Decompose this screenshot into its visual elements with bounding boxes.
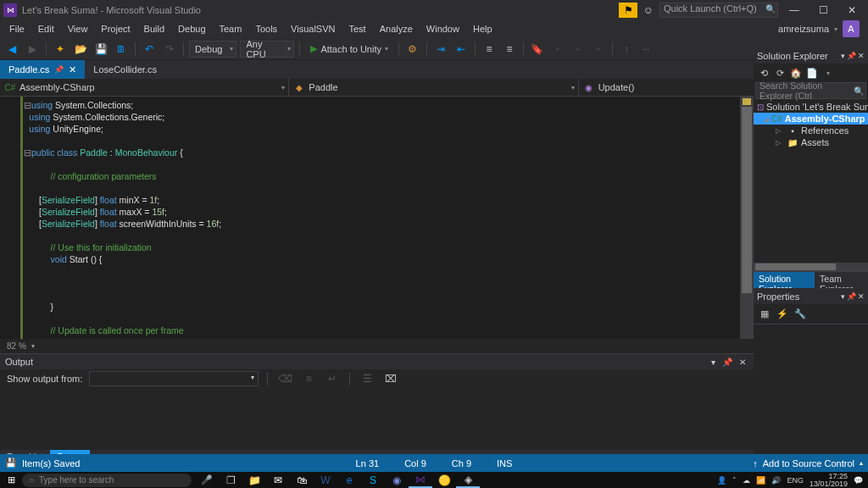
menu-debug[interactable]: Debug bbox=[172, 21, 211, 36]
platform-dropdown[interactable]: Any CPU bbox=[240, 41, 294, 58]
mic-icon[interactable]: 🎤 bbox=[195, 474, 219, 485]
tab-paddle[interactable]: Paddle.cs 📌 ✕ bbox=[0, 60, 85, 79]
tab-team-explorer[interactable]: Team Explorer bbox=[815, 272, 868, 288]
output-source-dropdown[interactable] bbox=[89, 371, 259, 386]
bookmark-icon[interactable]: 🔖 bbox=[529, 41, 546, 58]
prop-close-icon[interactable]: ✕ bbox=[858, 292, 865, 301]
se-sync-icon[interactable]: ⟳ bbox=[773, 66, 787, 80]
tree-assets-node[interactable]: ▷📁Assets bbox=[754, 136, 868, 148]
tray-up-icon[interactable]: ˄ bbox=[732, 476, 737, 485]
menu-file[interactable]: File bbox=[3, 21, 31, 36]
save-all-button[interactable]: 🗎 bbox=[113, 41, 130, 58]
feedback-icon[interactable]: ☺ bbox=[641, 3, 656, 18]
se-close-icon[interactable]: ✕ bbox=[858, 52, 865, 60]
tree-references-node[interactable]: ▷▪References bbox=[754, 125, 868, 136]
prop-pin-icon[interactable]: 📌 bbox=[847, 292, 856, 301]
discord-icon[interactable]: ◉ bbox=[385, 472, 409, 488]
new-project-button[interactable]: ✦ bbox=[52, 41, 69, 58]
output-clear-icon[interactable]: ⌫ bbox=[276, 370, 293, 387]
close-button[interactable]: ✕ bbox=[839, 2, 865, 19]
prop-wrench-icon[interactable]: 🔧 bbox=[793, 307, 808, 322]
output-content[interactable] bbox=[0, 388, 754, 450]
menu-visualsvn[interactable]: VisualSVN bbox=[285, 21, 341, 36]
tray-notifications-icon[interactable]: 💬 bbox=[854, 476, 863, 485]
prop-cat-icon[interactable]: ▦ bbox=[757, 307, 772, 322]
maximize-button[interactable]: ☐ bbox=[810, 2, 836, 19]
redo-button[interactable]: ↷ bbox=[161, 41, 178, 58]
outdent-icon[interactable]: ≡ bbox=[501, 41, 518, 58]
se-drop-icon[interactable]: ▾ bbox=[841, 52, 845, 60]
menu-window[interactable]: Window bbox=[420, 21, 465, 36]
task-view-icon[interactable]: ❐ bbox=[219, 472, 242, 488]
nav-project-dropdown[interactable]: C# Assembly-CSharp bbox=[0, 79, 289, 96]
tray-clock[interactable]: 17:25 13/01/2019 bbox=[810, 473, 848, 488]
tray-lang[interactable]: ENG bbox=[787, 476, 804, 485]
explorer-icon[interactable]: 📁 bbox=[242, 472, 266, 488]
solution-tree[interactable]: ⊡Solution 'Let's Break Suma!' (1 ◢C#Asse… bbox=[754, 99, 868, 263]
output-list-icon[interactable]: ☰ bbox=[359, 370, 376, 387]
menu-view[interactable]: View bbox=[62, 21, 94, 36]
se-hscrollbar[interactable] bbox=[754, 263, 868, 271]
edge-icon[interactable]: e bbox=[337, 472, 361, 488]
menu-test[interactable]: Test bbox=[342, 21, 371, 36]
zoom-indicator[interactable]: 82 % bbox=[0, 339, 754, 353]
tree-project-node[interactable]: ◢C#Assembly-CSharp bbox=[754, 113, 868, 125]
se-pin-icon[interactable]: 📌 bbox=[847, 52, 856, 60]
source-control-link[interactable]: Add to Source Control bbox=[763, 458, 854, 469]
back-button[interactable]: ◀ bbox=[3, 41, 20, 58]
config-dropdown[interactable]: Debug bbox=[189, 41, 236, 58]
se-search-input[interactable]: Search Solution Explorer (Ctrl bbox=[755, 82, 866, 99]
nav-class-dropdown[interactable]: ◆ Paddle bbox=[289, 79, 578, 96]
source-control-up-icon[interactable]: ↑ bbox=[753, 458, 758, 469]
close-tab-icon[interactable]: ✕ bbox=[69, 64, 76, 75]
tray-volume-icon[interactable]: 🔊 bbox=[771, 476, 781, 485]
minimize-button[interactable]: — bbox=[782, 2, 807, 19]
output-clear2-icon[interactable]: ⌧ bbox=[382, 370, 399, 387]
se-home-icon[interactable]: ⟲ bbox=[757, 66, 771, 80]
unity-icon[interactable]: ◈ bbox=[456, 472, 480, 488]
chrome-icon[interactable]: 🟡 bbox=[432, 472, 456, 488]
tree-solution-node[interactable]: ⊡Solution 'Let's Break Suma!' (1 bbox=[754, 101, 868, 113]
step-icon-1[interactable]: ⇥ bbox=[432, 41, 449, 58]
menu-help[interactable]: Help bbox=[467, 21, 498, 36]
output-wrap-icon[interactable]: ↵ bbox=[324, 370, 341, 387]
panel-pin-icon[interactable]: 📌 bbox=[720, 358, 735, 367]
mail-icon[interactable]: ✉ bbox=[266, 472, 290, 488]
taskbar-search[interactable]: ○ Type here to search bbox=[22, 474, 192, 487]
skype-icon[interactable]: S bbox=[361, 472, 385, 488]
se-collapse-icon[interactable]: 📄 bbox=[805, 66, 819, 80]
tab-solution-explorer[interactable]: Solution Explorer bbox=[754, 272, 815, 288]
toolbox-icon[interactable]: ⚙ bbox=[404, 41, 421, 58]
vertical-scrollbar[interactable] bbox=[740, 97, 754, 339]
panel-close-icon[interactable]: ✕ bbox=[737, 358, 748, 367]
notifications-icon[interactable]: ⚑ bbox=[619, 3, 637, 18]
pin-icon[interactable]: 📌 bbox=[54, 65, 64, 74]
tray-cloud-icon[interactable]: ☁ bbox=[743, 476, 750, 485]
quick-launch-input[interactable]: Quick Launch (Ctrl+Q) bbox=[659, 3, 778, 18]
vs-taskbar-icon[interactable]: ⋈ bbox=[409, 472, 432, 488]
step-icon-2[interactable]: ⇤ bbox=[453, 41, 470, 58]
panel-dropdown-icon[interactable]: ▾ bbox=[709, 358, 718, 367]
attach-button[interactable]: ▶ Attach to Unity ▾ bbox=[305, 43, 393, 54]
se-house-icon[interactable]: 🏠 bbox=[789, 66, 803, 80]
menu-build[interactable]: Build bbox=[138, 21, 170, 36]
tab-losecollider[interactable]: LoseCollider.cs bbox=[85, 60, 165, 79]
tray-people-icon[interactable]: 👤 bbox=[717, 476, 726, 485]
menu-edit[interactable]: Edit bbox=[32, 21, 60, 36]
prop-drop-icon[interactable]: ▾ bbox=[841, 292, 845, 301]
store-icon[interactable]: 🛍 bbox=[290, 472, 314, 488]
menu-project[interactable]: Project bbox=[95, 21, 136, 36]
menu-analyze[interactable]: Analyze bbox=[374, 21, 419, 36]
menu-tools[interactable]: Tools bbox=[249, 21, 283, 36]
output-toggle-icon[interactable]: ≡ bbox=[300, 370, 317, 387]
open-button[interactable]: 📂 bbox=[72, 41, 89, 58]
code-editor[interactable]: ⊟using System.Collections; using System.… bbox=[0, 97, 754, 339]
menu-team[interactable]: Team bbox=[214, 21, 248, 36]
prop-az-icon[interactable]: ⚡ bbox=[775, 307, 790, 322]
start-button[interactable]: ⊞ bbox=[0, 472, 22, 488]
forward-button[interactable]: ▶ bbox=[24, 41, 41, 58]
undo-button[interactable]: ↶ bbox=[141, 41, 158, 58]
indent-icon[interactable]: ≡ bbox=[481, 41, 498, 58]
word-icon[interactable]: W bbox=[314, 472, 337, 488]
tray-wifi-icon[interactable]: 📶 bbox=[756, 476, 765, 485]
